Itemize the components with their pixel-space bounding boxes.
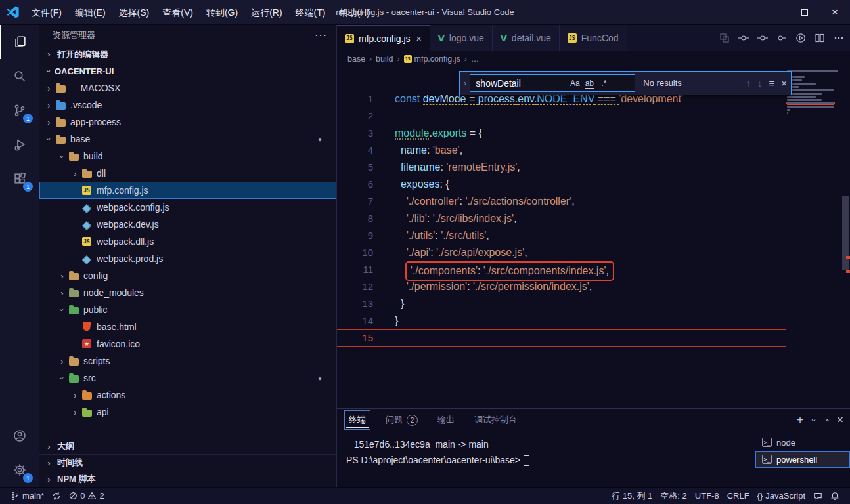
tab-funccod[interactable]: JS FuncCod [560,25,627,51]
tab-debug-console[interactable]: 调试控制台 [472,412,520,428]
chevron-right-icon[interactable]: › [70,169,81,178]
more-actions-icon[interactable] [832,31,846,45]
eol-indicator[interactable]: CRLF [723,488,753,504]
tree-item-mfp-config-js[interactable]: ›JSmfp.config.js [39,182,336,199]
commit-node-icon[interactable] [774,31,789,45]
code-line-9[interactable]: 9 './utils': './src/utils', [337,227,786,244]
tree-root-oacenter-ui[interactable]: › OACENTER-UI [39,62,336,79]
extensions-icon[interactable]: 1 [0,161,39,196]
search-icon[interactable] [0,59,39,93]
find-previous-icon[interactable]: ↑ [746,77,751,89]
tree-item-webpack-config-js[interactable]: ›webpack.config.js [39,199,336,216]
maximize-panel-icon[interactable]: › [821,419,831,421]
source-control-icon[interactable]: 1 [0,93,39,127]
toggle-replace-chevron-icon[interactable]: › [464,78,466,88]
tree-item-webpack-dev-js[interactable]: ›webpack.dev.js [39,216,336,233]
chevron-right-icon[interactable]: › [43,83,55,93]
account-icon[interactable] [0,419,39,453]
tree-item-app-process[interactable]: ›app-process [39,114,336,131]
whole-word-icon[interactable]: ab [582,79,596,88]
tree-item-favicon-ico[interactable]: ›★favicon.ico [39,335,336,352]
tree-item--vscode[interactable]: ›.vscode [39,96,336,114]
find-next-icon[interactable]: ↓ [757,77,763,89]
new-terminal-icon[interactable]: + [797,413,804,427]
code-line-4[interactable]: 4 name: 'base', [337,142,786,159]
code-line-7[interactable]: 7 './controller': './src/actions/control… [337,193,786,210]
tab-close-icon[interactable]: × [416,33,422,44]
chevron-down-icon[interactable]: › [57,151,67,162]
code-line-6[interactable]: 6 exposes: { [337,176,786,193]
tree-item-webpack-prod-js[interactable]: ›webpack.prod.js [39,250,336,267]
code-line-13[interactable]: 13 } [337,295,786,312]
chevron-down-icon[interactable]: › [57,373,67,384]
sync-button[interactable] [48,488,65,504]
branch-indicator[interactable]: main* [7,488,48,504]
code-line-15[interactable]: 15 [337,329,786,346]
commit-node-icon[interactable] [755,31,770,45]
chevron-down-icon[interactable]: › [44,134,54,145]
notifications-bell-icon[interactable] [826,488,843,504]
chevron-right-icon[interactable]: › [56,356,68,366]
find-input[interactable] [476,78,568,89]
run-debug-icon[interactable] [0,127,39,161]
tree-item-base[interactable]: ›base● [39,131,336,148]
breadcrumb-build[interactable]: build [376,54,393,64]
tree-item-dll[interactable]: ›dll [39,165,336,182]
tree-item-build[interactable]: ›build [39,148,336,165]
code-editor[interactable]: 1const devMode = process.env.NODE_ENV ==… [337,67,850,408]
tree-item-public[interactable]: ›public [39,301,336,318]
terminal-dropdown-icon[interactable]: › [809,419,819,421]
breadcrumb-symbol[interactable]: … [471,54,480,64]
tree-item-api[interactable]: ›api [39,404,336,421]
chevron-right-icon[interactable]: › [56,288,68,298]
compare-changes-icon[interactable] [717,31,732,45]
tab-logo-vue[interactable]: V logo.vue [430,25,493,51]
tab-detail-vue[interactable]: V detail.vue [493,25,560,51]
tree-item-scripts[interactable]: ›scripts [39,352,336,369]
editor-scrollbar[interactable] [842,196,849,270]
close-button[interactable]: × [820,0,850,25]
code-line-3[interactable]: 3module.exports = { [337,125,786,142]
open-editors-section[interactable]: › 打开的编辑器 [39,46,336,62]
settings-gear-icon[interactable]: 1 [0,453,39,487]
chevron-right-icon[interactable]: › [43,117,55,127]
run-file-icon[interactable] [794,31,808,45]
code-line-10[interactable]: 10 './api': './src/api/expose.js', [337,244,786,261]
minimize-button[interactable] [759,0,790,25]
timeline-section[interactable]: › 时间线 [39,454,336,471]
commit-node-icon[interactable] [736,31,751,45]
minimap[interactable] [787,70,839,119]
explorer-icon[interactable] [0,25,39,59]
tree-item-config[interactable]: ›config [39,267,336,284]
cursor-position[interactable]: 行 15, 列 1 [608,488,656,504]
chevron-right-icon[interactable]: › [70,408,81,417]
breadcrumb-file[interactable]: JS mfp.config.js [404,54,460,64]
terminal-instance-powershell[interactable]: >_powershell [755,451,850,468]
match-case-icon[interactable]: Aa [568,79,582,88]
menu-go[interactable]: 转到(G) [200,0,244,25]
menu-terminal[interactable]: 终端(T) [289,0,332,25]
code-line-8[interactable]: 8 './lib': './src/libs/index.js', [337,210,786,227]
chevron-right-icon[interactable]: › [56,271,68,281]
tab-mfp-config-js[interactable]: JS mfp.config.js × [337,25,430,51]
chevron-right-icon[interactable]: › [43,100,55,110]
find-in-selection-icon[interactable]: ≡ [769,77,774,89]
npm-scripts-section[interactable]: › NPM 脚本 [39,471,336,487]
encoding-indicator[interactable]: UTF-8 [691,488,723,504]
code-line-5[interactable]: 5 filename: 'remoteEntry.js', [337,159,786,176]
tree-item-node-modules[interactable]: ›node_modules [39,284,336,301]
menu-file[interactable]: 文件(F) [25,0,68,25]
code-line-12[interactable]: 12 './permission': './src/permission/ind… [337,278,786,295]
maximize-button[interactable] [790,0,820,25]
language-indicator[interactable]: {} JavaScript [753,488,809,504]
terminal-output[interactable]: 151e7d6..134ec9a main -> mainPS D:\aproj… [337,431,755,487]
problems-indicator[interactable]: 0 2 [65,488,108,504]
regex-icon[interactable]: .* [596,79,611,88]
close-panel-icon[interactable]: × [837,413,843,427]
menu-selection[interactable]: 选择(S) [112,0,156,25]
breadcrumb-base[interactable]: base [347,54,365,64]
tree-item-actions[interactable]: ›actions [39,387,336,404]
chevron-down-icon[interactable]: › [57,304,67,316]
tree-item-src[interactable]: ›src● [39,369,336,387]
split-editor-icon[interactable] [813,31,827,45]
